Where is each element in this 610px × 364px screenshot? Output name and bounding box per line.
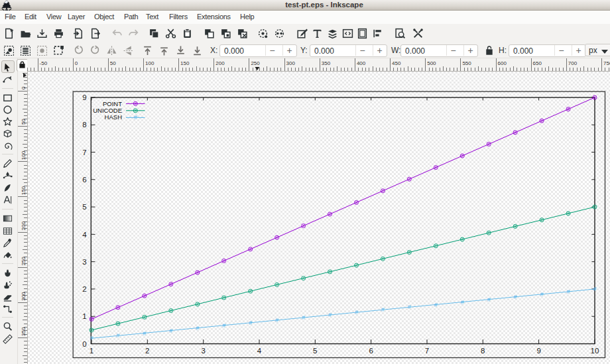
svg-text:0: 0 [82, 340, 86, 348]
svg-text:#: # [461, 299, 465, 306]
svg-text:#: # [381, 306, 385, 313]
svg-text:#: # [355, 309, 359, 316]
svg-text:#: # [408, 304, 412, 310]
svg-text:1: 1 [82, 312, 86, 320]
svg-text:5: 5 [313, 347, 317, 355]
svg-text:#: # [134, 114, 138, 121]
svg-text:10: 10 [591, 347, 599, 355]
svg-text:#: # [222, 322, 226, 329]
svg-text:#: # [196, 325, 200, 332]
svg-text:8: 8 [82, 121, 86, 129]
svg-text:2: 2 [145, 347, 149, 355]
svg-text:9: 9 [536, 347, 540, 355]
svg-text:1: 1 [90, 347, 93, 355]
svg-text:9: 9 [82, 93, 86, 101]
svg-text:#: # [116, 332, 120, 339]
svg-text:4: 4 [257, 347, 262, 355]
svg-text:#: # [540, 291, 544, 298]
svg-text:#: # [302, 314, 306, 321]
svg-text:2: 2 [82, 285, 86, 293]
svg-text:6: 6 [369, 347, 373, 355]
svg-text:#: # [434, 302, 438, 308]
svg-text:#: # [143, 330, 147, 337]
svg-text:#: # [275, 317, 279, 324]
svg-text:#: # [566, 288, 570, 295]
svg-text:8: 8 [481, 347, 485, 355]
svg-text:4: 4 [82, 231, 87, 239]
svg-text:#: # [514, 294, 518, 300]
svg-text:#: # [90, 335, 93, 341]
svg-text:HASH: HASH [105, 113, 123, 121]
svg-text:3: 3 [201, 347, 205, 355]
svg-text:#: # [593, 286, 597, 292]
svg-text:#: # [487, 296, 491, 303]
svg-text:#: # [249, 320, 253, 326]
svg-text:#: # [169, 328, 173, 334]
svg-text:5: 5 [82, 203, 86, 211]
svg-text:6: 6 [82, 176, 86, 184]
svg-text:7: 7 [425, 347, 429, 355]
svg-text:#: # [328, 312, 332, 318]
svg-text:7: 7 [82, 149, 86, 156]
svg-text:3: 3 [82, 258, 86, 266]
